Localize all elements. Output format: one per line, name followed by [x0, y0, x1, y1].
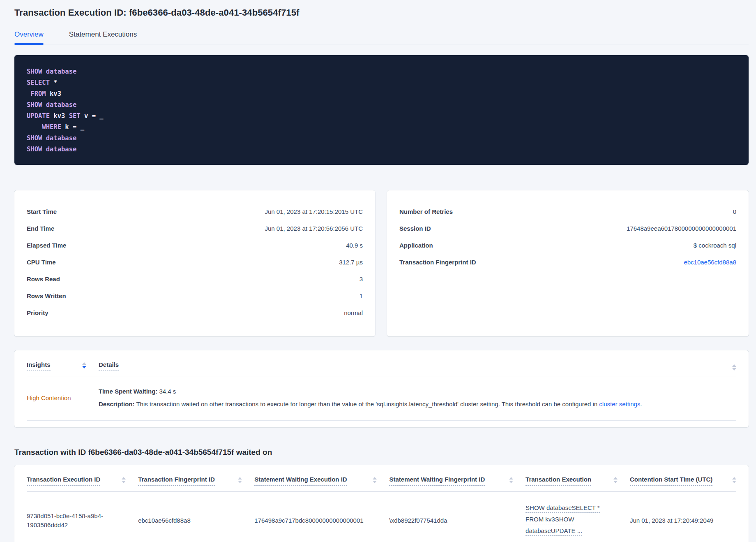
- summary-label: End Time: [27, 225, 54, 233]
- summary-row: Transaction Fingerprint IDebc10ae56cfd88…: [399, 258, 736, 266]
- cell-transaction-execution: SHOW databaseSELECT *FROM kv3SHOWdatabas…: [526, 492, 630, 542]
- summary-label: Application: [399, 241, 433, 250]
- transaction-execution-link[interactable]: FROM kv3SHOW: [526, 515, 574, 524]
- sql-keyword: WHERE: [42, 123, 61, 131]
- timing-summary-card: Start TimeJun 01, 2023 at 17:20:15:2015 …: [14, 190, 375, 336]
- summary-row: Session ID17648a9eea60178000000000000000…: [399, 225, 736, 233]
- time-spent-waiting-line: Time Spent Waiting: 34.4 s: [99, 387, 736, 396]
- tab-statement-executions[interactable]: Statement Executions: [69, 30, 137, 44]
- waited-column-header[interactable]: Statement Waiting Execution ID: [254, 465, 389, 492]
- sql-text: kv3: [46, 90, 61, 97]
- sql-keyword: SHOW: [27, 146, 42, 153]
- summary-label: Session ID: [399, 225, 431, 233]
- fingerprint-link[interactable]: ebc10ae56cfd88a8: [684, 258, 736, 266]
- sort-up-arrow: [509, 477, 513, 479]
- summary-value: $ cockroach sql: [694, 241, 736, 250]
- insights-table-header: Insights Details: [27, 350, 736, 377]
- sort-icon-1[interactable]: [122, 477, 126, 483]
- waited-column-header[interactable]: Transaction Fingerprint ID: [138, 465, 254, 492]
- waited-column-label[interactable]: Transaction Execution: [526, 476, 591, 486]
- waited-on-heading: Transaction with ID f6be6366-da03-48de-a…: [14, 448, 749, 457]
- sql-keyword: SHOW: [27, 134, 42, 142]
- sort-down-arrow: [613, 481, 618, 483]
- waited-column-header[interactable]: Statement Waiting Fingerprint ID: [389, 465, 526, 492]
- cluster-settings-link[interactable]: cluster settings: [599, 401, 640, 408]
- summary-value: Jun 01, 2023 at 17:20:56:2056 UTC: [265, 225, 363, 233]
- tab-overview[interactable]: Overview: [14, 30, 44, 44]
- summary-row: Rows Written1: [27, 292, 363, 300]
- insight-row: High Contention Time Spent Waiting: 34.4…: [27, 377, 736, 421]
- waited-column-label[interactable]: Statement Waiting Fingerprint ID: [389, 476, 485, 486]
- sql-statement-line: SELECT *: [27, 77, 736, 88]
- sql-keyword: FROM: [30, 90, 46, 97]
- sql-keyword: SET: [69, 112, 81, 120]
- tab-bar: Overview Statement Executions: [14, 30, 749, 44]
- details-column-label[interactable]: Details: [99, 361, 119, 371]
- sort-down-arrow: [509, 481, 513, 483]
- sql-keyword: SHOW: [27, 68, 42, 75]
- insights-card: Insights Details High Contention Time Sp…: [14, 350, 749, 427]
- sort-icon-4[interactable]: [509, 477, 513, 483]
- sort-down-arrow: [373, 481, 377, 483]
- sort-up-arrow: [122, 477, 126, 479]
- details-column-header[interactable]: Details: [99, 361, 732, 368]
- sort-up-arrow: [373, 477, 377, 479]
- sql-statement-line: SHOW database: [27, 66, 736, 77]
- sql-statement-line: SHOW database: [27, 100, 736, 111]
- sort-icon-3[interactable]: [373, 477, 377, 483]
- waited-column-label[interactable]: Contention Start Time (UTC): [630, 476, 712, 486]
- summary-label: Rows Written: [27, 292, 66, 300]
- sort-icon-insights[interactable]: [82, 362, 86, 371]
- transaction-sql-box: SHOW databaseSELECT * FROM kv3SHOW datab…: [14, 55, 749, 165]
- transaction-execution-link[interactable]: databaseUPDATE ...: [526, 526, 582, 536]
- description-label: Description:: [99, 401, 135, 408]
- summary-label: CPU Time: [27, 258, 56, 266]
- summary-row: Application$ cockroach sql: [399, 241, 736, 250]
- insights-extra-sort[interactable]: [732, 361, 736, 371]
- waited-column-header[interactable]: Transaction Execution ID: [27, 465, 138, 492]
- waited-column-header[interactable]: Contention Start Time (UTC): [630, 465, 736, 492]
- sort-icon-5[interactable]: [613, 477, 618, 483]
- summary-cards-row: Start TimeJun 01, 2023 at 17:20:15:2015 …: [14, 190, 749, 336]
- cell-statement-waiting-execution-id: 176498a9c717bdc80000000000000001: [254, 492, 389, 542]
- summary-value: 312.7 µs: [339, 258, 363, 266]
- sort-icon-extra[interactable]: [732, 364, 736, 371]
- summary-label: Start Time: [27, 208, 57, 216]
- summary-label: Transaction Fingerprint ID: [399, 258, 476, 266]
- sort-up-arrow: [238, 477, 242, 479]
- summary-row: Rows Read3: [27, 275, 363, 283]
- sql-statement-line: SHOW database: [27, 133, 736, 144]
- waited-on-card: Transaction Execution IDTransaction Fing…: [14, 465, 749, 542]
- waited-column-label[interactable]: Transaction Fingerprint ID: [138, 476, 215, 486]
- summary-label: Rows Read: [27, 275, 60, 283]
- description-suffix: .: [640, 401, 642, 408]
- summary-value: Jun 01, 2023 at 17:20:15:2015 UTC: [265, 208, 363, 216]
- insights-column-header[interactable]: Insights: [27, 361, 99, 371]
- cell-contention-start-time: Jun 01, 2023 at 17:20:49:2049: [630, 492, 736, 542]
- waited-column-label[interactable]: Statement Waiting Execution ID: [254, 476, 347, 486]
- description-line: Description: This transaction waited on …: [99, 400, 736, 408]
- sql-text: [42, 146, 46, 153]
- description-text: This transaction waited on other transac…: [135, 401, 599, 408]
- summary-label: Number of Retries: [399, 208, 453, 216]
- sql-keyword: database: [46, 134, 77, 142]
- waited-column-label[interactable]: Transaction Execution ID: [27, 476, 100, 486]
- sort-icon-6[interactable]: [732, 477, 736, 483]
- summary-row: Elapsed Time40.9 s: [27, 241, 363, 250]
- transaction-execution-page: Transaction Execution ID: f6be6366-da03-…: [0, 0, 756, 542]
- session-summary-card: Number of Retries0Session ID17648a9eea60…: [387, 190, 749, 336]
- time-spent-waiting-label: Time Spent Waiting:: [99, 388, 157, 395]
- sql-statement-line: UPDATE kv3 SET v = _: [27, 111, 736, 122]
- summary-row: End TimeJun 01, 2023 at 17:20:56:2056 UT…: [27, 225, 363, 233]
- waited-column-header[interactable]: Transaction Execution: [526, 465, 630, 492]
- sql-text: kv3: [50, 112, 69, 120]
- cell-statement-waiting-fingerprint-id: \xdb8922f077541dda: [389, 492, 526, 542]
- insights-column-label[interactable]: Insights: [27, 361, 51, 371]
- transaction-execution-link[interactable]: SHOW databaseSELECT *: [526, 503, 600, 513]
- summary-label: Elapsed Time: [27, 241, 66, 250]
- summary-value: 1: [360, 292, 363, 300]
- sql-keyword: SHOW: [27, 101, 42, 109]
- summary-value: 40.9 s: [346, 241, 363, 250]
- insight-details: Time Spent Waiting: 34.4 s Description: …: [99, 387, 736, 408]
- sort-icon-2[interactable]: [238, 477, 242, 483]
